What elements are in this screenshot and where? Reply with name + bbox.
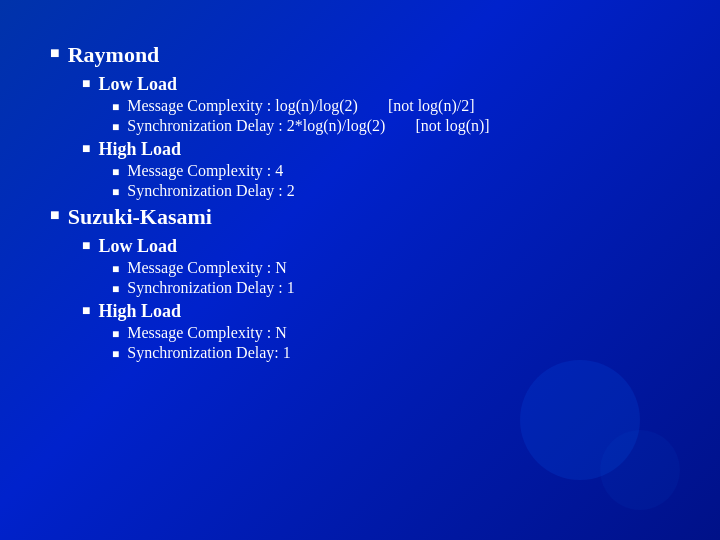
subsection-container: ■High Load■Message Complexity : N■Synchr… xyxy=(82,301,680,362)
item-text: Synchronization Delay : 1 xyxy=(127,279,295,297)
subsection-label: High Load xyxy=(98,301,181,322)
bullet-l2: ■ xyxy=(82,238,90,254)
list-item: ■Synchronization Delay : 1 xyxy=(112,279,680,297)
item-text: Message Complexity : 4 xyxy=(127,162,283,180)
bullet-l2: ■ xyxy=(82,303,90,319)
subsection-label: Low Load xyxy=(98,236,177,257)
bullet-l3: ■ xyxy=(112,282,119,297)
subsection-container: ■Low Load■Message Complexity : N■Synchro… xyxy=(82,236,680,297)
section-label: Suzuki-Kasami xyxy=(68,204,212,230)
section-raymond: ■Raymond xyxy=(50,42,680,68)
bullet-l2: ■ xyxy=(82,76,90,92)
item-text: Synchronization Delay : 2*log(n)/log(2)[… xyxy=(127,117,489,135)
bullet-l3: ■ xyxy=(112,100,119,115)
page: ■Raymond■Low Load■Message Complexity : l… xyxy=(0,0,720,540)
item-container: ■Message Complexity : N xyxy=(112,259,680,277)
bullet-l3: ■ xyxy=(112,327,119,342)
list-item: ■Synchronization Delay: 1 xyxy=(112,344,680,362)
list-item: ■Synchronization Delay : 2 xyxy=(112,182,680,200)
section-suzuki-kasami: ■Suzuki-Kasami xyxy=(50,204,680,230)
bg-decoration-1 xyxy=(520,360,640,480)
subsection-container: ■Low Load■Message Complexity : log(n)/lo… xyxy=(82,74,680,135)
bullet-l3: ■ xyxy=(112,120,119,135)
bullet-l3: ■ xyxy=(112,262,119,277)
list-item: ■Message Complexity : log(n)/log(2)[not … xyxy=(112,97,680,115)
item-note: [not log(n)/2] xyxy=(388,97,475,114)
item-container: ■Message Complexity : 4 xyxy=(112,162,680,180)
subsection-high-load: ■High Load xyxy=(82,301,680,322)
bg-decoration-2 xyxy=(600,430,680,510)
bullet-l1: ■ xyxy=(50,44,60,62)
item-text: Synchronization Delay : 2 xyxy=(127,182,295,200)
subsection-label: Low Load xyxy=(98,74,177,95)
list-item: ■Synchronization Delay : 2*log(n)/log(2)… xyxy=(112,117,680,135)
item-container: ■Synchronization Delay : 1 xyxy=(112,279,680,297)
item-container: ■Message Complexity : N xyxy=(112,324,680,342)
item-note: [not log(n)] xyxy=(415,117,489,134)
item-container: ■Synchronization Delay : 2*log(n)/log(2)… xyxy=(112,117,680,135)
bullet-l3: ■ xyxy=(112,165,119,180)
bullet-l3: ■ xyxy=(112,185,119,200)
item-container: ■Synchronization Delay: 1 xyxy=(112,344,680,362)
subsection-container: ■High Load■Message Complexity : 4■Synchr… xyxy=(82,139,680,200)
content-area: ■Raymond■Low Load■Message Complexity : l… xyxy=(40,42,680,362)
bullet-l2: ■ xyxy=(82,141,90,157)
subsection-high-load: ■High Load xyxy=(82,139,680,160)
item-text: Message Complexity : log(n)/log(2)[not l… xyxy=(127,97,474,115)
item-container: ■Synchronization Delay : 2 xyxy=(112,182,680,200)
subsection-label: High Load xyxy=(98,139,181,160)
subsection-low-load: ■Low Load xyxy=(82,236,680,257)
item-text: Message Complexity : N xyxy=(127,259,287,277)
item-container: ■Message Complexity : log(n)/log(2)[not … xyxy=(112,97,680,115)
list-item: ■Message Complexity : 4 xyxy=(112,162,680,180)
item-text: Synchronization Delay: 1 xyxy=(127,344,291,362)
list-item: ■Message Complexity : N xyxy=(112,324,680,342)
bullet-l1: ■ xyxy=(50,206,60,224)
list-item: ■Message Complexity : N xyxy=(112,259,680,277)
item-text: Message Complexity : N xyxy=(127,324,287,342)
bullet-l3: ■ xyxy=(112,347,119,362)
section-label: Raymond xyxy=(68,42,160,68)
subsection-low-load: ■Low Load xyxy=(82,74,680,95)
